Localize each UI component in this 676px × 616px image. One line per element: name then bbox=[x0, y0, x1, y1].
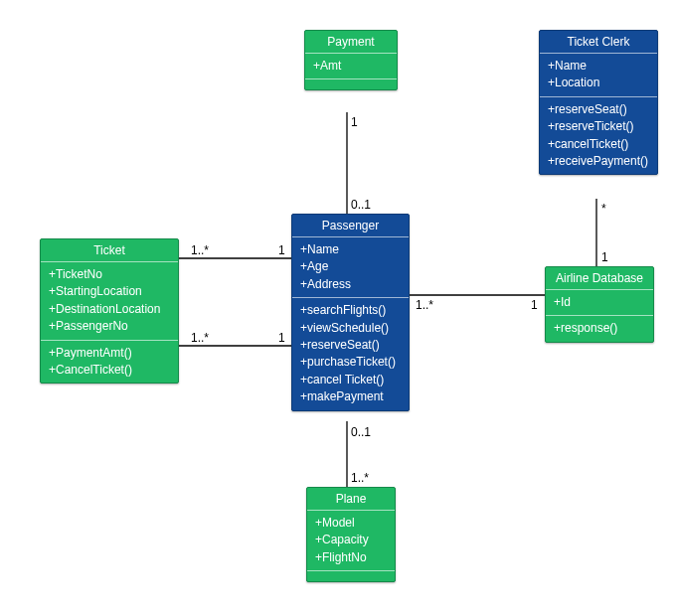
class-attributes: +TicketNo+StartingLocation+DestinationLo… bbox=[41, 262, 178, 341]
member-row: +cancelTicket() bbox=[548, 136, 649, 153]
member-row: +Age bbox=[300, 258, 401, 275]
class-payment[interactable]: Payment +Amt bbox=[304, 30, 398, 90]
member-row: +purchaseTicket() bbox=[300, 354, 401, 371]
multiplicity-label: 1 bbox=[278, 243, 285, 257]
class-title: Plane bbox=[307, 488, 395, 511]
multiplicity-label: 1..* bbox=[351, 471, 369, 485]
class-attributes: +Model+Capacity+FlightNo bbox=[307, 511, 395, 571]
member-row: +reserveSeat() bbox=[300, 337, 401, 354]
member-row: +response() bbox=[554, 320, 645, 337]
class-attributes: +Name+Age+Address bbox=[292, 237, 409, 298]
class-airline-database[interactable]: Airline Database +Id +response() bbox=[545, 266, 654, 343]
member-row: +Capacity bbox=[315, 532, 387, 548]
member-row: +viewSchedule() bbox=[300, 320, 401, 337]
class-operations: +PaymentAmt()+CancelTicket() bbox=[41, 341, 178, 384]
class-attributes: +Amt bbox=[305, 54, 397, 79]
class-operations: +reserveSeat()+reserveTicket()+cancelTic… bbox=[540, 97, 657, 175]
member-row: +PaymentAmt() bbox=[49, 345, 170, 362]
class-plane[interactable]: Plane +Model+Capacity+FlightNo bbox=[306, 487, 396, 582]
member-row: +TicketNo bbox=[49, 266, 170, 283]
member-row: +makePayment bbox=[300, 388, 401, 405]
member-row: +DestinationLocation bbox=[49, 301, 170, 318]
class-title: Payment bbox=[305, 31, 397, 54]
class-title: Airline Database bbox=[546, 267, 653, 290]
member-row: +Name bbox=[300, 241, 401, 258]
class-operations bbox=[307, 571, 395, 581]
class-ticket-clerk[interactable]: Ticket Clerk +Name+Location +reserveSeat… bbox=[539, 30, 658, 175]
member-row: +reserveTicket() bbox=[548, 118, 649, 135]
member-row: +receivePayment() bbox=[548, 153, 649, 170]
class-operations: +searchFlights()+viewSchedule()+reserveS… bbox=[292, 298, 409, 409]
multiplicity-label: 1..* bbox=[416, 298, 433, 312]
class-operations bbox=[305, 79, 397, 89]
multiplicity-label: 0..1 bbox=[351, 198, 371, 212]
multiplicity-label: 1 bbox=[278, 331, 285, 345]
class-title: Ticket Clerk bbox=[540, 31, 657, 54]
class-title: Passenger bbox=[292, 215, 409, 237]
multiplicity-label: 1..* bbox=[191, 243, 209, 257]
multiplicity-label: 1 bbox=[351, 115, 358, 129]
member-row: +Name bbox=[548, 58, 649, 75]
member-row: +cancel Ticket() bbox=[300, 372, 401, 388]
member-row: +Location bbox=[548, 75, 649, 91]
member-row: +CancelTicket() bbox=[49, 362, 170, 379]
multiplicity-label: 1 bbox=[601, 250, 608, 264]
class-attributes: +Id bbox=[546, 290, 653, 316]
multiplicity-label: * bbox=[601, 202, 606, 216]
member-row: +Address bbox=[300, 276, 401, 293]
multiplicity-label: 1 bbox=[531, 298, 538, 312]
member-row: +StartingLocation bbox=[49, 283, 170, 300]
multiplicity-label: 0..1 bbox=[351, 425, 371, 439]
member-row: +reserveSeat() bbox=[548, 101, 649, 118]
member-row: +Model bbox=[315, 515, 387, 532]
multiplicity-label: 1..* bbox=[191, 331, 209, 345]
class-title: Ticket bbox=[41, 239, 178, 262]
class-operations: +response() bbox=[546, 316, 653, 341]
class-attributes: +Name+Location bbox=[540, 54, 657, 97]
member-row: +FlightNo bbox=[315, 549, 387, 566]
member-row: +PassengerNo bbox=[49, 318, 170, 335]
class-ticket[interactable]: Ticket +TicketNo+StartingLocation+Destin… bbox=[40, 238, 179, 384]
member-row: +Id bbox=[554, 294, 645, 311]
member-row: +searchFlights() bbox=[300, 302, 401, 319]
class-passenger[interactable]: Passenger +Name+Age+Address +searchFligh… bbox=[291, 214, 410, 411]
member-row: +Amt bbox=[313, 58, 389, 75]
